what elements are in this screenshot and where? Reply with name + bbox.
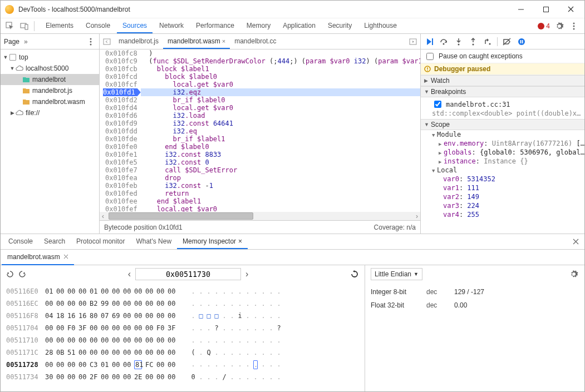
gutter-line[interactable]: 0x010feb bbox=[103, 182, 137, 190]
drawer-tab-what-s-new[interactable]: What's New bbox=[130, 234, 177, 249]
navigator-menu-icon[interactable] bbox=[86, 37, 96, 47]
hex-row[interactable]: 0051171C280B51000000000000000000(.Q.....… bbox=[6, 346, 359, 359]
gutter-line[interactable]: 0x010fcb bbox=[103, 65, 137, 73]
page-tab[interactable]: Page bbox=[4, 38, 19, 46]
scope-var[interactable]: var0: 5314352 bbox=[421, 175, 584, 183]
file-mandelbrot-wasm[interactable]: mandelbrot.wasm bbox=[1, 96, 99, 107]
close-icon[interactable] bbox=[63, 254, 68, 259]
hex-row[interactable]: 005116EC00000000B299000000000000........… bbox=[6, 297, 359, 310]
gutter-line[interactable]: 0x010fe7 bbox=[103, 166, 137, 174]
editor-tab-mandelbrot-wasm[interactable]: mandelbrot.wasm× bbox=[163, 34, 230, 49]
filetree-top[interactable]: ▼ top bbox=[1, 52, 99, 63]
code-line[interactable]: i32.const 64641 bbox=[141, 120, 420, 127]
breakpoints-section[interactable]: ▼Breakpoints bbox=[421, 86, 584, 97]
tab-elements[interactable]: Elements bbox=[40, 18, 79, 33]
hex-row[interactable]: 005116F8041816168007690000000000.□□□..i.… bbox=[6, 310, 359, 322]
tab-sources[interactable]: Sources bbox=[117, 18, 153, 33]
refresh-icon[interactable] bbox=[350, 270, 359, 279]
inspect-icon[interactable] bbox=[3, 19, 17, 33]
code-line[interactable]: i32.load bbox=[141, 112, 420, 120]
settings-gear-icon[interactable] bbox=[554, 21, 564, 31]
scope-instance[interactable]: ▶instance: Instance {} bbox=[421, 157, 584, 166]
editor-tab-mandelbrot-cc[interactable]: mandelbrot.cc bbox=[230, 34, 281, 49]
more-menu-icon[interactable] bbox=[569, 21, 579, 31]
endianness-select[interactable]: Little Endian▼ bbox=[371, 268, 422, 280]
gutter-line[interactable]: 0x010fee bbox=[103, 197, 137, 205]
step-into-button[interactable] bbox=[452, 35, 465, 48]
step-over-button[interactable] bbox=[437, 35, 451, 48]
gutter-line[interactable]: 0x010fe1 bbox=[103, 151, 137, 158]
code-line[interactable]: ) bbox=[141, 49, 420, 57]
code-line[interactable]: local.get $var0 bbox=[141, 205, 420, 212]
scope-section[interactable]: ▼Scope bbox=[421, 119, 584, 130]
hex-row[interactable]: 005116E0010000000100000000000000........… bbox=[6, 285, 359, 297]
code-line[interactable]: end $label0 bbox=[141, 143, 420, 151]
scope-globals[interactable]: ▶globals: {global0: 5306976, global1: 65… bbox=[421, 148, 584, 157]
code-line[interactable]: i32.const 8833 bbox=[141, 151, 420, 158]
hex-row[interactable]: 00511734300000002F0000002E0000000.../...… bbox=[6, 371, 359, 383]
drawer-tab-protocol-monitor[interactable]: Protocol monitor bbox=[71, 234, 130, 249]
gutter-line[interactable]: 0x010fd1 bbox=[103, 88, 141, 96]
breakpoint-item[interactable]: mandelbrot.cc:31 std::complex<double> po… bbox=[421, 97, 584, 119]
tab-memory[interactable]: Memory bbox=[241, 18, 276, 33]
pause-exceptions-button[interactable] bbox=[515, 35, 528, 48]
filetree-host[interactable]: ▼ localhost:5000 bbox=[1, 63, 99, 74]
gutter-line[interactable]: 0x010fdd bbox=[103, 127, 137, 135]
editor-horizontal-scrollbar[interactable]: ‹ › bbox=[100, 212, 420, 220]
code-line[interactable]: block $label0 bbox=[141, 73, 420, 81]
deactivate-breakpoints-button[interactable] bbox=[500, 35, 514, 48]
pause-caught-checkbox[interactable] bbox=[426, 53, 434, 60]
gutter-line[interactable]: 0x010fd2 bbox=[103, 96, 137, 104]
editor-nav-back-icon[interactable] bbox=[100, 38, 114, 46]
gutter-line[interactable]: 0x010fed bbox=[103, 190, 137, 197]
tab-lighthouse[interactable]: Lighthouse bbox=[358, 18, 402, 33]
gutter-line[interactable]: 0x010fe0 bbox=[103, 143, 137, 151]
page-prev-icon[interactable]: ‹ bbox=[128, 269, 131, 279]
breakpoint-checkbox[interactable] bbox=[434, 101, 441, 108]
code-line[interactable]: local.get $var0 bbox=[141, 104, 420, 112]
scope-var[interactable]: var3: 224 bbox=[421, 201, 584, 210]
code-line[interactable]: block $label1 bbox=[141, 65, 420, 73]
drawer-tab-memory-inspector[interactable]: Memory Inspector× bbox=[177, 234, 248, 249]
history-forward-icon[interactable] bbox=[18, 270, 26, 278]
gutter-line[interactable]: 0x010fc8 bbox=[103, 49, 137, 57]
tab-security[interactable]: Security bbox=[322, 18, 357, 33]
gutter-line[interactable]: 0x010fd6 bbox=[103, 112, 137, 120]
error-count[interactable]: 4 bbox=[538, 22, 550, 30]
drawer-close-icon[interactable] bbox=[569, 235, 582, 249]
code-line[interactable]: end $label1 bbox=[141, 197, 420, 205]
close-icon[interactable]: × bbox=[238, 237, 242, 245]
hex-row[interactable]: 005117040000F03F000000000000F03F...?....… bbox=[6, 322, 359, 334]
more-tabs-icon[interactable]: » bbox=[24, 38, 28, 46]
code-line[interactable]: (func $SDL_SetRenderDrawColor (;444;) (p… bbox=[141, 57, 420, 65]
hex-row[interactable]: 0051172800000000C301000081FC0000........… bbox=[6, 359, 359, 371]
tab-network[interactable]: Network bbox=[154, 18, 189, 33]
device-mode-icon[interactable] bbox=[17, 19, 32, 33]
code-line[interactable]: i32.const 0 bbox=[141, 158, 420, 166]
code-line[interactable]: br_if $label1 bbox=[141, 135, 420, 143]
value-settings-icon[interactable] bbox=[569, 269, 579, 279]
page-next-icon[interactable]: › bbox=[245, 269, 248, 279]
file-mandelbrot[interactable]: mandelbrot bbox=[1, 74, 99, 85]
filetree-file-scheme[interactable]: ▶ file:// bbox=[1, 107, 99, 118]
scope-local[interactable]: ▼Local bbox=[421, 166, 584, 175]
drawer-tab-search[interactable]: Search bbox=[38, 234, 71, 249]
resume-button[interactable] bbox=[423, 35, 436, 48]
gutter-line[interactable]: 0x010fd9 bbox=[103, 120, 137, 127]
code-line[interactable]: local.get $var0 bbox=[141, 81, 420, 88]
scope-var[interactable]: var2: 149 bbox=[421, 192, 584, 201]
watch-section[interactable]: ▶Watch bbox=[421, 75, 584, 86]
gutter-line[interactable]: 0x010fe5 bbox=[103, 158, 137, 166]
drawer-tab-console[interactable]: Console bbox=[3, 234, 38, 249]
editor-tab-mandelbrot-js[interactable]: mandelbrot.js bbox=[114, 34, 163, 49]
step-button[interactable] bbox=[481, 35, 494, 48]
memory-address-input[interactable] bbox=[135, 268, 241, 280]
history-back-icon[interactable] bbox=[6, 270, 14, 278]
editor-run-icon[interactable] bbox=[406, 38, 420, 46]
memory-inspector-file-tab[interactable]: mandelbrot.wasm bbox=[2, 250, 74, 265]
step-out-button[interactable] bbox=[466, 35, 480, 48]
hex-row[interactable]: 00511710000000000000000000000000........… bbox=[6, 334, 359, 346]
code-line[interactable]: br_if $label0 bbox=[141, 96, 420, 104]
scope-module[interactable]: ▼Module bbox=[421, 130, 584, 139]
gutter-line[interactable]: 0x010fef bbox=[103, 205, 137, 212]
